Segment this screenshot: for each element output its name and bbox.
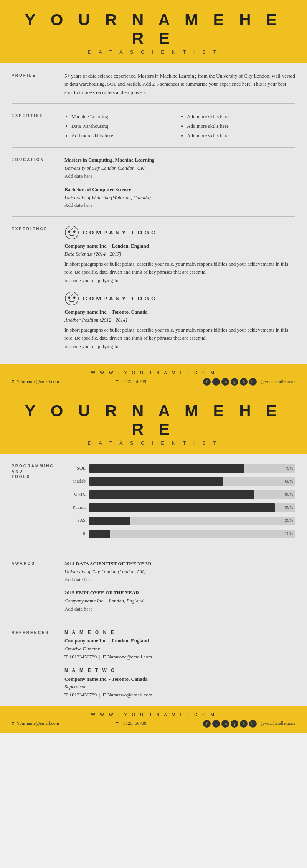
phone-label: T — [116, 380, 119, 384]
company-logo-svg — [64, 291, 79, 306]
twitter-icon: t — [212, 378, 220, 386]
profile-section: PROFILE 5+ years of data science experie… — [0, 63, 307, 103]
company-logo-text: COMPANY LOGO — [83, 294, 158, 303]
programming-content: SQL 75% Matlab 65% UNIX 80% Python 90% S… — [58, 463, 295, 544]
google-plus-icon-2: g — [231, 720, 238, 728]
footer-email-value-2: Yourname@email.com — [17, 721, 59, 726]
ref-role: Supervisor — [64, 683, 295, 691]
ref-email-label: E — [103, 692, 106, 698]
edu-degree: Bachelors of Computer Science — [64, 186, 295, 194]
facebook-icon-2: f — [203, 720, 211, 728]
footer-contacts: E Yourname@email.com T +0123456789 f t i… — [12, 376, 295, 387]
skill-bar-bg: 75% — [89, 464, 295, 473]
footer-phone-value-2: +0123456789 — [121, 721, 147, 726]
footer-email-2: E Yourname@email.com — [12, 721, 59, 726]
svg-point-5 — [73, 296, 76, 299]
svg-point-4 — [68, 296, 71, 299]
footer-phone-value: +0123456789 — [121, 379, 147, 384]
skill-name: UNIX — [64, 491, 86, 498]
company-logo-text: COMPANY LOGO — [83, 228, 158, 237]
expertise-section: EXPERTISE Machine LearningData Warehousi… — [0, 104, 307, 147]
header: Y O U R N A M E H E R E D A T A S C I E … — [0, 0, 307, 63]
exp-company-logo: COMPANY LOGO — [64, 291, 295, 306]
skill-bar-fill — [89, 477, 223, 486]
svg-point-3 — [65, 292, 78, 305]
exp-company-name: Company name Inc. - London, England — [64, 242, 295, 250]
expertise-cols: Machine LearningData WarehousingAdd more… — [64, 112, 295, 140]
footer-contacts-2: E Yourname@email.com T +0123456789 f t i… — [12, 718, 295, 729]
content-area-2: PROGRAMMINGANDTOOLS SQL 75% Matlab 65% U… — [0, 454, 307, 706]
ref-name: N A M E O N E — [64, 629, 295, 636]
award-school: Company name Inc. - London, England — [64, 597, 295, 605]
skill-name: Matlab — [64, 478, 86, 485]
skill-pct: 75% — [285, 465, 293, 472]
references-section: REFERENCES N A M E O N E Company name In… — [0, 620, 307, 706]
edu-degree: Masters in Computing, Machine Learning — [64, 156, 295, 164]
footer-website: W W W . Y O U R N A M E . C O M — [12, 368, 295, 376]
facebook-icon: f — [203, 378, 211, 386]
exp-desc: In short paragraphs or bullet points, de… — [64, 260, 295, 284]
skill-bar-fill — [89, 490, 254, 499]
phone-label-2: T — [116, 721, 119, 726]
edu-date: Add date here — [64, 172, 295, 180]
award-title: 2015 EMPLOYEE OF THE YEAR — [64, 589, 295, 597]
header-title: D A T A S C I E N T I S T — [15, 49, 292, 55]
expertise-item: Machine Learning — [71, 112, 180, 122]
footer-handle: @yourhandlename — [261, 379, 295, 384]
copyright-icon: © — [240, 378, 248, 386]
footer-handle-2: @yourhandlename — [261, 721, 295, 726]
experience-label: EXPERIENCE — [12, 225, 58, 357]
header-name: Y O U R N A M E H E R E — [15, 11, 292, 48]
references-content: N A M E O N E Company name Inc. - London… — [58, 629, 295, 699]
expertise-list-1: Machine LearningData WarehousingAdd more… — [64, 112, 180, 140]
skill-bar-fill — [89, 503, 275, 512]
footer-email-value: Yourname@email.com — [17, 379, 59, 384]
company-logo-svg — [64, 225, 79, 240]
ref-phone-label: T — [64, 654, 68, 660]
skill-bar-bg: 20% — [89, 517, 295, 525]
profile-content: 5+ years of data science experience. Mas… — [58, 72, 295, 96]
award-date: Add date here — [64, 605, 295, 613]
edu-school: University of Waterloo (Waterloo, Canada… — [64, 194, 295, 202]
footer-website-2: W W W . Y O U R N A M E . C O M — [12, 710, 295, 718]
skill-name: Python — [64, 504, 86, 511]
profile-text: 5+ years of data science experience. Mas… — [64, 72, 295, 96]
footer-email: E Yourname@email.com — [12, 379, 59, 384]
awards-label: AWARDS — [12, 560, 58, 613]
footer-strip: W W W . Y O U R N A M E . C O M E Yourna… — [0, 364, 307, 391]
award-item: 2015 EMPLOYEE OF THE YEAR Company name I… — [64, 589, 295, 613]
awards-section: AWARDS 2014 DATA SCIENTIST OF THE YEAR U… — [0, 551, 307, 620]
skill-bar-row: SAS 20% — [64, 517, 295, 525]
ref-phone-label: T — [64, 692, 68, 698]
social-icons-2: f t in g © in — [203, 720, 257, 728]
expertise-label: EXPERTISE — [12, 112, 58, 140]
programming-section: PROGRAMMINGANDTOOLS SQL 75% Matlab 65% U… — [0, 454, 307, 551]
skill-bar-fill — [89, 530, 110, 538]
instagram-icon-2: in — [221, 720, 229, 728]
expertise-item: Add more skills here — [187, 112, 295, 122]
awards-content: 2014 DATA SCIENTIST OF THE YEAR Universi… — [58, 560, 295, 613]
expertise-col-2: Add more skills hereAdd more skills here… — [180, 112, 295, 140]
page-2: Y O U R N A M E H E R E D A T A S C I E … — [0, 391, 307, 733]
skill-bar-bg: 10% — [89, 530, 295, 538]
award-school: University of City London (London, UK) — [64, 568, 295, 576]
ref-contact: T +0123456789 | E Nametwo@email.com — [64, 691, 295, 699]
expertise-content: Machine LearningData WarehousingAdd more… — [58, 112, 295, 140]
exp-desc: In short paragraphs or bullet points, de… — [64, 326, 295, 350]
skill-bar-row: UNIX 80% — [64, 490, 295, 499]
svg-point-1 — [68, 230, 71, 233]
footer-phone: T +0123456789 — [116, 379, 147, 384]
edu-date: Add date here — [64, 201, 295, 210]
skill-name: R — [64, 530, 86, 537]
ref-role: Creative Director — [64, 645, 295, 653]
education-content: Masters in Computing, Machine Learning U… — [58, 156, 295, 210]
header-name-2: Y O U R N A M E H E R E — [15, 402, 292, 439]
page-1: Y O U R N A M E H E R E D A T A S C I E … — [0, 0, 307, 391]
skill-bar-row: Matlab 65% — [64, 477, 295, 486]
skill-bar-row: Python 90% — [64, 503, 295, 512]
skill-bar-row: SQL 75% — [64, 464, 295, 473]
reference-item: N A M E O N E Company name Inc. - London… — [64, 629, 295, 661]
content-area: PROFILE 5+ years of data science experie… — [0, 63, 307, 364]
skill-pct: 20% — [285, 517, 293, 524]
copyright-icon-2: © — [240, 720, 248, 728]
